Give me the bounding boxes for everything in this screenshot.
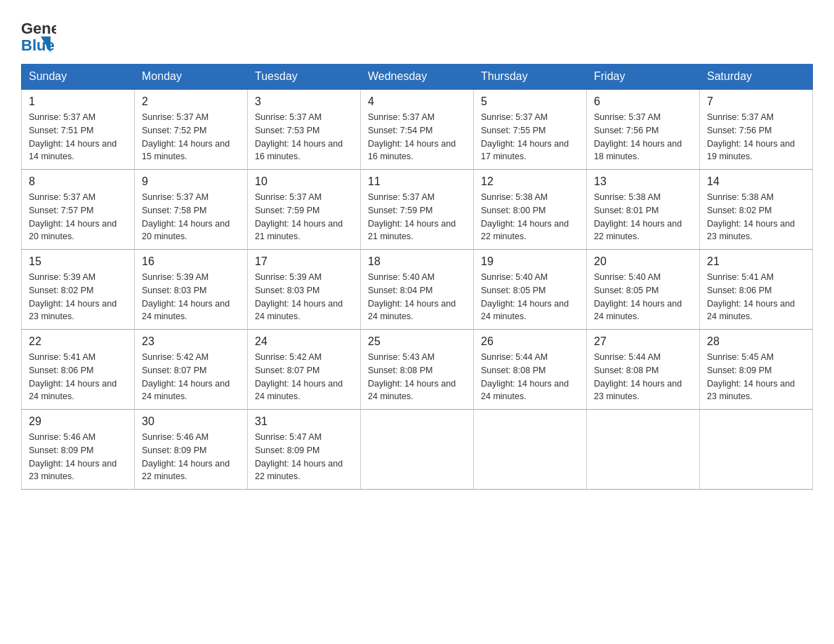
day-info: Sunrise: 5:46 AMSunset: 8:09 PMDaylight:… — [29, 431, 127, 483]
calendar-cell: 22Sunrise: 5:41 AMSunset: 8:06 PMDayligh… — [22, 330, 135, 410]
calendar-cell: 26Sunrise: 5:44 AMSunset: 8:08 PMDayligh… — [474, 330, 587, 410]
day-number: 11 — [368, 175, 466, 188]
day-info: Sunrise: 5:37 AMSunset: 7:58 PMDaylight:… — [142, 191, 240, 243]
calendar-cell: 12Sunrise: 5:38 AMSunset: 8:00 PMDayligh… — [474, 170, 587, 250]
calendar-cell — [361, 410, 474, 490]
day-info: Sunrise: 5:37 AMSunset: 7:51 PMDaylight:… — [29, 111, 127, 163]
calendar-cell: 4Sunrise: 5:37 AMSunset: 7:54 PMDaylight… — [361, 89, 474, 170]
day-number: 24 — [255, 335, 353, 348]
day-number: 31 — [255, 415, 353, 428]
calendar-cell: 20Sunrise: 5:40 AMSunset: 8:05 PMDayligh… — [587, 250, 700, 330]
calendar-header-row: SundayMondayTuesdayWednesdayThursdayFrid… — [22, 65, 813, 90]
calendar-week-row: 1Sunrise: 5:37 AMSunset: 7:51 PMDaylight… — [22, 89, 813, 170]
day-info: Sunrise: 5:38 AMSunset: 8:00 PMDaylight:… — [481, 191, 579, 243]
day-info: Sunrise: 5:42 AMSunset: 8:07 PMDaylight:… — [142, 351, 240, 403]
calendar-week-row: 15Sunrise: 5:39 AMSunset: 8:02 PMDayligh… — [22, 250, 813, 330]
calendar-table: SundayMondayTuesdayWednesdayThursdayFrid… — [21, 64, 813, 490]
day-number: 23 — [142, 335, 240, 348]
day-number: 18 — [368, 255, 466, 268]
calendar-cell: 3Sunrise: 5:37 AMSunset: 7:53 PMDaylight… — [248, 89, 361, 170]
day-number: 5 — [481, 95, 579, 108]
calendar-cell: 24Sunrise: 5:42 AMSunset: 8:07 PMDayligh… — [248, 330, 361, 410]
day-number: 21 — [707, 255, 805, 268]
day-info: Sunrise: 5:44 AMSunset: 8:08 PMDaylight:… — [594, 351, 692, 403]
day-number: 12 — [481, 175, 579, 188]
day-number: 1 — [29, 95, 127, 108]
weekday-header-thursday: Thursday — [474, 65, 587, 90]
day-info: Sunrise: 5:44 AMSunset: 8:08 PMDaylight:… — [481, 351, 579, 403]
calendar-cell: 11Sunrise: 5:37 AMSunset: 7:59 PMDayligh… — [361, 170, 474, 250]
logo-icon: General Blue — [21, 14, 56, 57]
day-number: 28 — [707, 335, 805, 348]
day-info: Sunrise: 5:41 AMSunset: 8:06 PMDaylight:… — [29, 351, 127, 403]
day-info: Sunrise: 5:47 AMSunset: 8:09 PMDaylight:… — [255, 431, 353, 483]
day-number: 4 — [368, 95, 466, 108]
weekday-header-monday: Monday — [135, 65, 248, 90]
calendar-cell: 6Sunrise: 5:37 AMSunset: 7:56 PMDaylight… — [587, 89, 700, 170]
calendar-cell: 30Sunrise: 5:46 AMSunset: 8:09 PMDayligh… — [135, 410, 248, 490]
day-info: Sunrise: 5:40 AMSunset: 8:04 PMDaylight:… — [368, 271, 466, 323]
calendar-cell: 25Sunrise: 5:43 AMSunset: 8:08 PMDayligh… — [361, 330, 474, 410]
svg-text:General: General — [21, 20, 56, 37]
day-number: 2 — [142, 95, 240, 108]
calendar-week-row: 29Sunrise: 5:46 AMSunset: 8:09 PMDayligh… — [22, 410, 813, 490]
day-info: Sunrise: 5:40 AMSunset: 8:05 PMDaylight:… — [594, 271, 692, 323]
calendar-cell: 14Sunrise: 5:38 AMSunset: 8:02 PMDayligh… — [700, 170, 813, 250]
calendar-cell: 8Sunrise: 5:37 AMSunset: 7:57 PMDaylight… — [22, 170, 135, 250]
day-number: 9 — [142, 175, 240, 188]
weekday-header-saturday: Saturday — [700, 65, 813, 90]
day-info: Sunrise: 5:37 AMSunset: 7:56 PMDaylight:… — [594, 111, 692, 163]
page-header: General Blue — [21, 14, 813, 57]
day-info: Sunrise: 5:39 AMSunset: 8:02 PMDaylight:… — [29, 271, 127, 323]
svg-text:Blue: Blue — [21, 36, 55, 53]
calendar-cell: 9Sunrise: 5:37 AMSunset: 7:58 PMDaylight… — [135, 170, 248, 250]
weekday-header-tuesday: Tuesday — [248, 65, 361, 90]
calendar-cell: 23Sunrise: 5:42 AMSunset: 8:07 PMDayligh… — [135, 330, 248, 410]
day-number: 13 — [594, 175, 692, 188]
day-number: 7 — [707, 95, 805, 108]
day-info: Sunrise: 5:46 AMSunset: 8:09 PMDaylight:… — [142, 431, 240, 483]
calendar-cell: 21Sunrise: 5:41 AMSunset: 8:06 PMDayligh… — [700, 250, 813, 330]
day-number: 30 — [142, 415, 240, 428]
calendar-cell: 18Sunrise: 5:40 AMSunset: 8:04 PMDayligh… — [361, 250, 474, 330]
weekday-header-sunday: Sunday — [22, 65, 135, 90]
day-info: Sunrise: 5:38 AMSunset: 8:02 PMDaylight:… — [707, 191, 805, 243]
calendar-cell: 15Sunrise: 5:39 AMSunset: 8:02 PMDayligh… — [22, 250, 135, 330]
calendar-cell: 17Sunrise: 5:39 AMSunset: 8:03 PMDayligh… — [248, 250, 361, 330]
day-number: 3 — [255, 95, 353, 108]
calendar-cell: 5Sunrise: 5:37 AMSunset: 7:55 PMDaylight… — [474, 89, 587, 170]
calendar-cell: 10Sunrise: 5:37 AMSunset: 7:59 PMDayligh… — [248, 170, 361, 250]
day-number: 8 — [29, 175, 127, 188]
day-info: Sunrise: 5:40 AMSunset: 8:05 PMDaylight:… — [481, 271, 579, 323]
calendar-cell: 29Sunrise: 5:46 AMSunset: 8:09 PMDayligh… — [22, 410, 135, 490]
calendar-cell: 27Sunrise: 5:44 AMSunset: 8:08 PMDayligh… — [587, 330, 700, 410]
logo: General Blue — [21, 14, 56, 57]
day-number: 6 — [594, 95, 692, 108]
day-info: Sunrise: 5:37 AMSunset: 7:53 PMDaylight:… — [255, 111, 353, 163]
weekday-header-wednesday: Wednesday — [361, 65, 474, 90]
calendar-cell — [474, 410, 587, 490]
day-number: 20 — [594, 255, 692, 268]
day-number: 29 — [29, 415, 127, 428]
day-info: Sunrise: 5:43 AMSunset: 8:08 PMDaylight:… — [368, 351, 466, 403]
day-info: Sunrise: 5:37 AMSunset: 7:57 PMDaylight:… — [29, 191, 127, 243]
calendar-cell: 28Sunrise: 5:45 AMSunset: 8:09 PMDayligh… — [700, 330, 813, 410]
day-number: 26 — [481, 335, 579, 348]
calendar-cell: 1Sunrise: 5:37 AMSunset: 7:51 PMDaylight… — [22, 89, 135, 170]
calendar-cell: 31Sunrise: 5:47 AMSunset: 8:09 PMDayligh… — [248, 410, 361, 490]
day-info: Sunrise: 5:37 AMSunset: 7:59 PMDaylight:… — [255, 191, 353, 243]
calendar-cell: 7Sunrise: 5:37 AMSunset: 7:56 PMDaylight… — [700, 89, 813, 170]
day-info: Sunrise: 5:41 AMSunset: 8:06 PMDaylight:… — [707, 271, 805, 323]
day-info: Sunrise: 5:37 AMSunset: 7:52 PMDaylight:… — [142, 111, 240, 163]
day-number: 10 — [255, 175, 353, 188]
day-number: 22 — [29, 335, 127, 348]
day-info: Sunrise: 5:37 AMSunset: 7:54 PMDaylight:… — [368, 111, 466, 163]
day-info: Sunrise: 5:37 AMSunset: 7:59 PMDaylight:… — [368, 191, 466, 243]
day-number: 27 — [594, 335, 692, 348]
calendar-cell: 13Sunrise: 5:38 AMSunset: 8:01 PMDayligh… — [587, 170, 700, 250]
day-number: 14 — [707, 175, 805, 188]
calendar-cell: 16Sunrise: 5:39 AMSunset: 8:03 PMDayligh… — [135, 250, 248, 330]
day-info: Sunrise: 5:39 AMSunset: 8:03 PMDaylight:… — [255, 271, 353, 323]
day-number: 16 — [142, 255, 240, 268]
day-info: Sunrise: 5:37 AMSunset: 7:56 PMDaylight:… — [707, 111, 805, 163]
